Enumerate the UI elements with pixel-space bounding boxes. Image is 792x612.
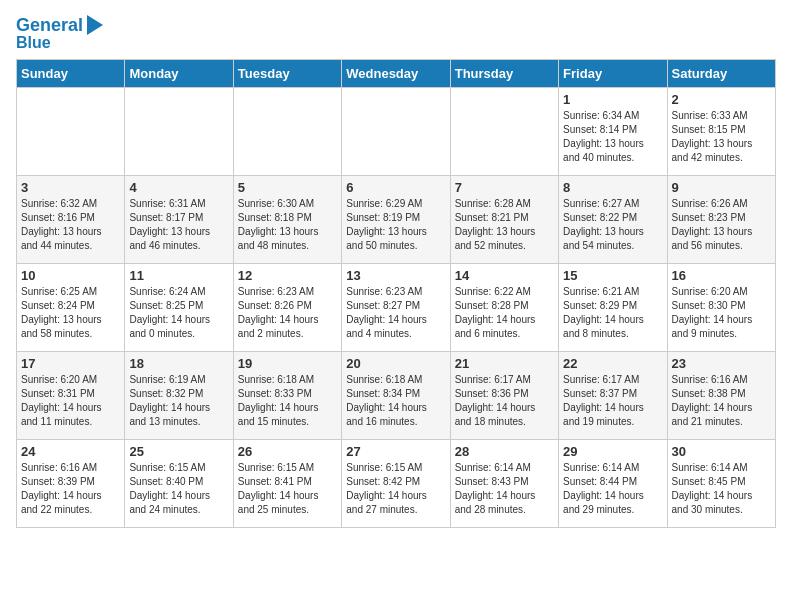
day-number: 2 (672, 92, 771, 107)
calendar-day-cell: 22Sunrise: 6:17 AM Sunset: 8:37 PM Dayli… (559, 352, 667, 440)
day-detail: Sunrise: 6:24 AM Sunset: 8:25 PM Dayligh… (129, 285, 228, 341)
day-detail: Sunrise: 6:18 AM Sunset: 8:34 PM Dayligh… (346, 373, 445, 429)
calendar-day-cell: 30Sunrise: 6:14 AM Sunset: 8:45 PM Dayli… (667, 440, 775, 528)
calendar-table: SundayMondayTuesdayWednesdayThursdayFrid… (16, 59, 776, 528)
day-number: 26 (238, 444, 337, 459)
logo: General Blue (16, 16, 103, 51)
day-detail: Sunrise: 6:14 AM Sunset: 8:43 PM Dayligh… (455, 461, 554, 517)
day-detail: Sunrise: 6:22 AM Sunset: 8:28 PM Dayligh… (455, 285, 554, 341)
day-number: 22 (563, 356, 662, 371)
day-number: 5 (238, 180, 337, 195)
calendar-day-cell: 21Sunrise: 6:17 AM Sunset: 8:36 PM Dayli… (450, 352, 558, 440)
day-detail: Sunrise: 6:16 AM Sunset: 8:38 PM Dayligh… (672, 373, 771, 429)
day-detail: Sunrise: 6:31 AM Sunset: 8:17 PM Dayligh… (129, 197, 228, 253)
calendar-day-cell: 28Sunrise: 6:14 AM Sunset: 8:43 PM Dayli… (450, 440, 558, 528)
calendar-day-cell: 12Sunrise: 6:23 AM Sunset: 8:26 PM Dayli… (233, 264, 341, 352)
calendar-day-cell: 25Sunrise: 6:15 AM Sunset: 8:40 PM Dayli… (125, 440, 233, 528)
calendar-day-cell: 17Sunrise: 6:20 AM Sunset: 8:31 PM Dayli… (17, 352, 125, 440)
day-detail: Sunrise: 6:28 AM Sunset: 8:21 PM Dayligh… (455, 197, 554, 253)
calendar-day-cell: 3Sunrise: 6:32 AM Sunset: 8:16 PM Daylig… (17, 176, 125, 264)
calendar-day-cell: 7Sunrise: 6:28 AM Sunset: 8:21 PM Daylig… (450, 176, 558, 264)
day-of-week-header: Saturday (667, 60, 775, 88)
day-detail: Sunrise: 6:29 AM Sunset: 8:19 PM Dayligh… (346, 197, 445, 253)
calendar-day-cell: 8Sunrise: 6:27 AM Sunset: 8:22 PM Daylig… (559, 176, 667, 264)
day-number: 16 (672, 268, 771, 283)
day-number: 19 (238, 356, 337, 371)
day-detail: Sunrise: 6:15 AM Sunset: 8:42 PM Dayligh… (346, 461, 445, 517)
empty-cell (233, 88, 341, 176)
day-of-week-header: Thursday (450, 60, 558, 88)
day-detail: Sunrise: 6:17 AM Sunset: 8:36 PM Dayligh… (455, 373, 554, 429)
day-of-week-header: Sunday (17, 60, 125, 88)
day-detail: Sunrise: 6:30 AM Sunset: 8:18 PM Dayligh… (238, 197, 337, 253)
day-detail: Sunrise: 6:15 AM Sunset: 8:41 PM Dayligh… (238, 461, 337, 517)
logo-text-line2: Blue (16, 34, 51, 52)
day-number: 30 (672, 444, 771, 459)
day-detail: Sunrise: 6:17 AM Sunset: 8:37 PM Dayligh… (563, 373, 662, 429)
day-number: 3 (21, 180, 120, 195)
empty-cell (450, 88, 558, 176)
day-number: 9 (672, 180, 771, 195)
day-detail: Sunrise: 6:20 AM Sunset: 8:31 PM Dayligh… (21, 373, 120, 429)
calendar-day-cell: 13Sunrise: 6:23 AM Sunset: 8:27 PM Dayli… (342, 264, 450, 352)
day-detail: Sunrise: 6:26 AM Sunset: 8:23 PM Dayligh… (672, 197, 771, 253)
day-of-week-header: Wednesday (342, 60, 450, 88)
calendar-day-cell: 16Sunrise: 6:20 AM Sunset: 8:30 PM Dayli… (667, 264, 775, 352)
calendar-day-cell: 18Sunrise: 6:19 AM Sunset: 8:32 PM Dayli… (125, 352, 233, 440)
calendar-day-cell: 9Sunrise: 6:26 AM Sunset: 8:23 PM Daylig… (667, 176, 775, 264)
calendar-day-cell: 10Sunrise: 6:25 AM Sunset: 8:24 PM Dayli… (17, 264, 125, 352)
day-detail: Sunrise: 6:32 AM Sunset: 8:16 PM Dayligh… (21, 197, 120, 253)
calendar-day-cell: 4Sunrise: 6:31 AM Sunset: 8:17 PM Daylig… (125, 176, 233, 264)
day-of-week-header: Friday (559, 60, 667, 88)
day-detail: Sunrise: 6:25 AM Sunset: 8:24 PM Dayligh… (21, 285, 120, 341)
day-number: 10 (21, 268, 120, 283)
day-number: 25 (129, 444, 228, 459)
calendar-day-cell: 24Sunrise: 6:16 AM Sunset: 8:39 PM Dayli… (17, 440, 125, 528)
calendar-day-cell: 14Sunrise: 6:22 AM Sunset: 8:28 PM Dayli… (450, 264, 558, 352)
calendar-day-cell: 29Sunrise: 6:14 AM Sunset: 8:44 PM Dayli… (559, 440, 667, 528)
day-detail: Sunrise: 6:16 AM Sunset: 8:39 PM Dayligh… (21, 461, 120, 517)
calendar-day-cell: 1Sunrise: 6:34 AM Sunset: 8:14 PM Daylig… (559, 88, 667, 176)
day-number: 18 (129, 356, 228, 371)
calendar-day-cell: 6Sunrise: 6:29 AM Sunset: 8:19 PM Daylig… (342, 176, 450, 264)
day-number: 8 (563, 180, 662, 195)
calendar-day-cell: 20Sunrise: 6:18 AM Sunset: 8:34 PM Dayli… (342, 352, 450, 440)
calendar-day-cell: 23Sunrise: 6:16 AM Sunset: 8:38 PM Dayli… (667, 352, 775, 440)
day-number: 12 (238, 268, 337, 283)
day-detail: Sunrise: 6:33 AM Sunset: 8:15 PM Dayligh… (672, 109, 771, 165)
day-number: 15 (563, 268, 662, 283)
day-number: 4 (129, 180, 228, 195)
day-number: 11 (129, 268, 228, 283)
day-number: 27 (346, 444, 445, 459)
day-detail: Sunrise: 6:27 AM Sunset: 8:22 PM Dayligh… (563, 197, 662, 253)
day-number: 13 (346, 268, 445, 283)
day-number: 7 (455, 180, 554, 195)
page-header: General Blue (16, 16, 776, 51)
calendar-day-cell: 2Sunrise: 6:33 AM Sunset: 8:15 PM Daylig… (667, 88, 775, 176)
day-number: 14 (455, 268, 554, 283)
day-number: 20 (346, 356, 445, 371)
day-detail: Sunrise: 6:19 AM Sunset: 8:32 PM Dayligh… (129, 373, 228, 429)
day-detail: Sunrise: 6:23 AM Sunset: 8:26 PM Dayligh… (238, 285, 337, 341)
calendar-day-cell: 26Sunrise: 6:15 AM Sunset: 8:41 PM Dayli… (233, 440, 341, 528)
day-number: 29 (563, 444, 662, 459)
empty-cell (125, 88, 233, 176)
calendar-day-cell: 19Sunrise: 6:18 AM Sunset: 8:33 PM Dayli… (233, 352, 341, 440)
day-detail: Sunrise: 6:21 AM Sunset: 8:29 PM Dayligh… (563, 285, 662, 341)
empty-cell (17, 88, 125, 176)
calendar-day-cell: 11Sunrise: 6:24 AM Sunset: 8:25 PM Dayli… (125, 264, 233, 352)
day-detail: Sunrise: 6:15 AM Sunset: 8:40 PM Dayligh… (129, 461, 228, 517)
day-number: 28 (455, 444, 554, 459)
day-detail: Sunrise: 6:34 AM Sunset: 8:14 PM Dayligh… (563, 109, 662, 165)
day-number: 21 (455, 356, 554, 371)
calendar-day-cell: 27Sunrise: 6:15 AM Sunset: 8:42 PM Dayli… (342, 440, 450, 528)
day-detail: Sunrise: 6:14 AM Sunset: 8:45 PM Dayligh… (672, 461, 771, 517)
day-number: 6 (346, 180, 445, 195)
day-of-week-header: Monday (125, 60, 233, 88)
empty-cell (342, 88, 450, 176)
day-of-week-header: Tuesday (233, 60, 341, 88)
calendar-day-cell: 15Sunrise: 6:21 AM Sunset: 8:29 PM Dayli… (559, 264, 667, 352)
day-number: 24 (21, 444, 120, 459)
day-detail: Sunrise: 6:18 AM Sunset: 8:33 PM Dayligh… (238, 373, 337, 429)
day-detail: Sunrise: 6:14 AM Sunset: 8:44 PM Dayligh… (563, 461, 662, 517)
